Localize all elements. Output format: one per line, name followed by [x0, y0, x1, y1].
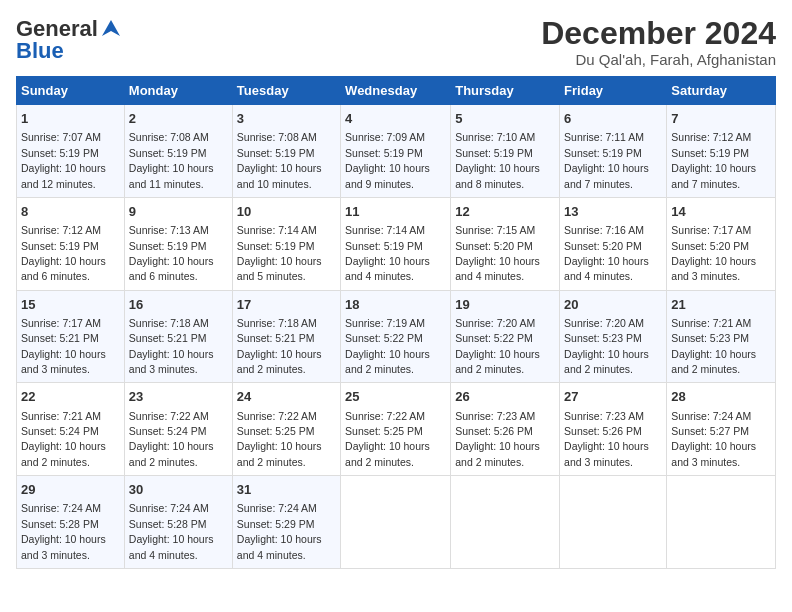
title-block: December 2024 Du Qal'ah, Farah, Afghanis… [541, 16, 776, 68]
day-number: 31 [237, 481, 336, 499]
calendar-cell: 24Sunrise: 7:22 AMSunset: 5:25 PMDayligh… [232, 383, 340, 476]
day-info: Sunrise: 7:16 AMSunset: 5:20 PMDaylight:… [564, 224, 649, 282]
calendar-cell: 26Sunrise: 7:23 AMSunset: 5:26 PMDayligh… [451, 383, 560, 476]
day-number: 16 [129, 296, 228, 314]
day-info: Sunrise: 7:11 AMSunset: 5:19 PMDaylight:… [564, 131, 649, 189]
day-number: 20 [564, 296, 662, 314]
day-info: Sunrise: 7:21 AMSunset: 5:23 PMDaylight:… [671, 317, 756, 375]
calendar-cell: 10Sunrise: 7:14 AMSunset: 5:19 PMDayligh… [232, 197, 340, 290]
calendar-cell: 30Sunrise: 7:24 AMSunset: 5:28 PMDayligh… [124, 476, 232, 569]
calendar-cell: 4Sunrise: 7:09 AMSunset: 5:19 PMDaylight… [341, 105, 451, 198]
day-number: 7 [671, 110, 771, 128]
day-number: 19 [455, 296, 555, 314]
day-info: Sunrise: 7:22 AMSunset: 5:25 PMDaylight:… [345, 410, 430, 468]
header-thursday: Thursday [451, 77, 560, 105]
location: Du Qal'ah, Farah, Afghanistan [541, 51, 776, 68]
day-info: Sunrise: 7:24 AMSunset: 5:28 PMDaylight:… [21, 502, 106, 560]
day-number: 28 [671, 388, 771, 406]
day-info: Sunrise: 7:07 AMSunset: 5:19 PMDaylight:… [21, 131, 106, 189]
calendar-cell: 7Sunrise: 7:12 AMSunset: 5:19 PMDaylight… [667, 105, 776, 198]
calendar-cell: 11Sunrise: 7:14 AMSunset: 5:19 PMDayligh… [341, 197, 451, 290]
day-number: 21 [671, 296, 771, 314]
day-number: 23 [129, 388, 228, 406]
calendar-cell: 19Sunrise: 7:20 AMSunset: 5:22 PMDayligh… [451, 290, 560, 383]
calendar-row: 29Sunrise: 7:24 AMSunset: 5:28 PMDayligh… [17, 476, 776, 569]
calendar-cell: 8Sunrise: 7:12 AMSunset: 5:19 PMDaylight… [17, 197, 125, 290]
calendar-cell [451, 476, 560, 569]
calendar-cell: 3Sunrise: 7:08 AMSunset: 5:19 PMDaylight… [232, 105, 340, 198]
calendar-row: 15Sunrise: 7:17 AMSunset: 5:21 PMDayligh… [17, 290, 776, 383]
calendar-cell: 6Sunrise: 7:11 AMSunset: 5:19 PMDaylight… [560, 105, 667, 198]
calendar-cell [667, 476, 776, 569]
day-info: Sunrise: 7:24 AMSunset: 5:29 PMDaylight:… [237, 502, 322, 560]
day-number: 3 [237, 110, 336, 128]
calendar-cell: 2Sunrise: 7:08 AMSunset: 5:19 PMDaylight… [124, 105, 232, 198]
header-monday: Monday [124, 77, 232, 105]
day-info: Sunrise: 7:22 AMSunset: 5:25 PMDaylight:… [237, 410, 322, 468]
day-number: 26 [455, 388, 555, 406]
calendar-cell: 31Sunrise: 7:24 AMSunset: 5:29 PMDayligh… [232, 476, 340, 569]
day-info: Sunrise: 7:12 AMSunset: 5:19 PMDaylight:… [671, 131, 756, 189]
calendar-cell: 21Sunrise: 7:21 AMSunset: 5:23 PMDayligh… [667, 290, 776, 383]
calendar-cell: 17Sunrise: 7:18 AMSunset: 5:21 PMDayligh… [232, 290, 340, 383]
month-title: December 2024 [541, 16, 776, 51]
calendar-table: Sunday Monday Tuesday Wednesday Thursday… [16, 76, 776, 569]
day-info: Sunrise: 7:08 AMSunset: 5:19 PMDaylight:… [129, 131, 214, 189]
day-info: Sunrise: 7:18 AMSunset: 5:21 PMDaylight:… [237, 317, 322, 375]
day-info: Sunrise: 7:15 AMSunset: 5:20 PMDaylight:… [455, 224, 540, 282]
day-number: 5 [455, 110, 555, 128]
day-info: Sunrise: 7:10 AMSunset: 5:19 PMDaylight:… [455, 131, 540, 189]
day-number: 22 [21, 388, 120, 406]
day-number: 1 [21, 110, 120, 128]
day-number: 11 [345, 203, 446, 221]
calendar-cell: 16Sunrise: 7:18 AMSunset: 5:21 PMDayligh… [124, 290, 232, 383]
day-info: Sunrise: 7:17 AMSunset: 5:20 PMDaylight:… [671, 224, 756, 282]
day-number: 18 [345, 296, 446, 314]
day-number: 27 [564, 388, 662, 406]
calendar-cell: 25Sunrise: 7:22 AMSunset: 5:25 PMDayligh… [341, 383, 451, 476]
day-info: Sunrise: 7:18 AMSunset: 5:21 PMDaylight:… [129, 317, 214, 375]
day-number: 13 [564, 203, 662, 221]
calendar-row: 1Sunrise: 7:07 AMSunset: 5:19 PMDaylight… [17, 105, 776, 198]
calendar-cell: 18Sunrise: 7:19 AMSunset: 5:22 PMDayligh… [341, 290, 451, 383]
day-info: Sunrise: 7:22 AMSunset: 5:24 PMDaylight:… [129, 410, 214, 468]
page-header: General Blue December 2024 Du Qal'ah, Fa… [16, 16, 776, 68]
day-number: 14 [671, 203, 771, 221]
header-saturday: Saturday [667, 77, 776, 105]
day-info: Sunrise: 7:14 AMSunset: 5:19 PMDaylight:… [237, 224, 322, 282]
calendar-cell: 20Sunrise: 7:20 AMSunset: 5:23 PMDayligh… [560, 290, 667, 383]
calendar-cell: 23Sunrise: 7:22 AMSunset: 5:24 PMDayligh… [124, 383, 232, 476]
day-number: 2 [129, 110, 228, 128]
day-number: 8 [21, 203, 120, 221]
calendar-row: 8Sunrise: 7:12 AMSunset: 5:19 PMDaylight… [17, 197, 776, 290]
day-number: 24 [237, 388, 336, 406]
day-info: Sunrise: 7:08 AMSunset: 5:19 PMDaylight:… [237, 131, 322, 189]
day-number: 30 [129, 481, 228, 499]
day-info: Sunrise: 7:24 AMSunset: 5:27 PMDaylight:… [671, 410, 756, 468]
calendar-cell [560, 476, 667, 569]
day-info: Sunrise: 7:12 AMSunset: 5:19 PMDaylight:… [21, 224, 106, 282]
day-number: 4 [345, 110, 446, 128]
day-info: Sunrise: 7:17 AMSunset: 5:21 PMDaylight:… [21, 317, 106, 375]
calendar-cell: 29Sunrise: 7:24 AMSunset: 5:28 PMDayligh… [17, 476, 125, 569]
day-number: 6 [564, 110, 662, 128]
day-number: 25 [345, 388, 446, 406]
svg-marker-0 [102, 20, 120, 36]
day-number: 9 [129, 203, 228, 221]
calendar-cell: 5Sunrise: 7:10 AMSunset: 5:19 PMDaylight… [451, 105, 560, 198]
calendar-cell: 1Sunrise: 7:07 AMSunset: 5:19 PMDaylight… [17, 105, 125, 198]
calendar-cell: 14Sunrise: 7:17 AMSunset: 5:20 PMDayligh… [667, 197, 776, 290]
calendar-cell [341, 476, 451, 569]
day-info: Sunrise: 7:20 AMSunset: 5:22 PMDaylight:… [455, 317, 540, 375]
day-number: 10 [237, 203, 336, 221]
logo-bird-icon [100, 18, 122, 40]
header-tuesday: Tuesday [232, 77, 340, 105]
day-info: Sunrise: 7:09 AMSunset: 5:19 PMDaylight:… [345, 131, 430, 189]
day-info: Sunrise: 7:21 AMSunset: 5:24 PMDaylight:… [21, 410, 106, 468]
calendar-cell: 28Sunrise: 7:24 AMSunset: 5:27 PMDayligh… [667, 383, 776, 476]
header-wednesday: Wednesday [341, 77, 451, 105]
calendar-cell: 12Sunrise: 7:15 AMSunset: 5:20 PMDayligh… [451, 197, 560, 290]
day-number: 15 [21, 296, 120, 314]
day-info: Sunrise: 7:19 AMSunset: 5:22 PMDaylight:… [345, 317, 430, 375]
day-number: 12 [455, 203, 555, 221]
